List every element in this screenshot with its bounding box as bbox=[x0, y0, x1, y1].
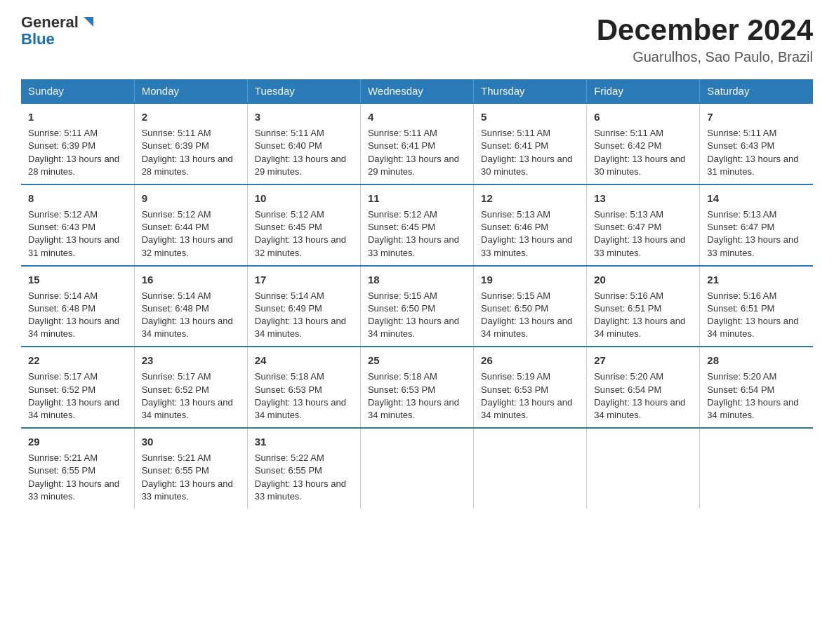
col-header-monday: Monday bbox=[134, 79, 247, 103]
header-row: SundayMondayTuesdayWednesdayThursdayFrid… bbox=[21, 79, 813, 103]
day-info: Sunrise: 5:18 AMSunset: 6:53 PMDaylight:… bbox=[368, 371, 459, 420]
svg-marker-0 bbox=[84, 17, 93, 27]
week-row-3: 15 Sunrise: 5:14 AMSunset: 6:48 PMDaylig… bbox=[21, 266, 813, 347]
day-cell: 4 Sunrise: 5:11 AMSunset: 6:41 PMDayligh… bbox=[360, 103, 473, 185]
day-number: 14 bbox=[707, 191, 806, 206]
day-cell: 5 Sunrise: 5:11 AMSunset: 6:41 PMDayligh… bbox=[474, 103, 587, 185]
day-info: Sunrise: 5:11 AMSunset: 6:42 PMDaylight:… bbox=[594, 128, 685, 177]
day-number: 13 bbox=[594, 191, 692, 206]
calendar-header: SundayMondayTuesdayWednesdayThursdayFrid… bbox=[21, 79, 813, 103]
day-info: Sunrise: 5:18 AMSunset: 6:53 PMDaylight:… bbox=[255, 371, 346, 420]
col-header-tuesday: Tuesday bbox=[247, 79, 360, 103]
day-info: Sunrise: 5:15 AMSunset: 6:50 PMDaylight:… bbox=[481, 290, 572, 340]
day-number: 20 bbox=[594, 272, 692, 287]
day-info: Sunrise: 5:16 AMSunset: 6:51 PMDaylight:… bbox=[707, 290, 798, 340]
day-cell: 10 Sunrise: 5:12 AMSunset: 6:45 PMDaylig… bbox=[247, 185, 360, 266]
day-cell: 13 Sunrise: 5:13 AMSunset: 6:47 PMDaylig… bbox=[587, 185, 700, 266]
day-info: Sunrise: 5:14 AMSunset: 6:48 PMDaylight:… bbox=[142, 290, 233, 340]
day-number: 6 bbox=[594, 109, 692, 124]
day-cell: 7 Sunrise: 5:11 AMSunset: 6:43 PMDayligh… bbox=[700, 103, 813, 185]
day-cell: 22 Sunrise: 5:17 AMSunset: 6:52 PMDaylig… bbox=[21, 347, 134, 428]
day-number: 3 bbox=[255, 109, 353, 124]
day-cell bbox=[587, 428, 700, 509]
page-title: December 2024 bbox=[597, 14, 813, 46]
day-cell: 11 Sunrise: 5:12 AMSunset: 6:45 PMDaylig… bbox=[360, 185, 473, 266]
day-info: Sunrise: 5:11 AMSunset: 6:41 PMDaylight:… bbox=[481, 128, 572, 177]
day-cell bbox=[474, 428, 587, 509]
col-header-sunday: Sunday bbox=[21, 79, 134, 103]
day-cell: 27 Sunrise: 5:20 AMSunset: 6:54 PMDaylig… bbox=[587, 347, 700, 428]
week-row-5: 29 Sunrise: 5:21 AMSunset: 6:55 PMDaylig… bbox=[21, 428, 813, 509]
day-info: Sunrise: 5:12 AMSunset: 6:45 PMDaylight:… bbox=[255, 209, 346, 258]
day-cell: 28 Sunrise: 5:20 AMSunset: 6:54 PMDaylig… bbox=[700, 347, 813, 428]
day-number: 5 bbox=[481, 109, 579, 124]
day-number: 18 bbox=[368, 272, 466, 287]
day-info: Sunrise: 5:17 AMSunset: 6:52 PMDaylight:… bbox=[28, 371, 119, 420]
day-info: Sunrise: 5:14 AMSunset: 6:48 PMDaylight:… bbox=[28, 290, 119, 340]
day-info: Sunrise: 5:12 AMSunset: 6:44 PMDaylight:… bbox=[142, 209, 233, 258]
day-number: 12 bbox=[481, 191, 579, 206]
day-cell: 14 Sunrise: 5:13 AMSunset: 6:47 PMDaylig… bbox=[700, 185, 813, 266]
day-number: 22 bbox=[28, 353, 127, 368]
logo-general-text: General bbox=[21, 14, 79, 31]
day-info: Sunrise: 5:13 AMSunset: 6:46 PMDaylight:… bbox=[481, 209, 572, 258]
day-info: Sunrise: 5:21 AMSunset: 6:55 PMDaylight:… bbox=[28, 452, 119, 502]
day-number: 21 bbox=[707, 272, 806, 287]
day-number: 9 bbox=[142, 191, 240, 206]
day-info: Sunrise: 5:12 AMSunset: 6:43 PMDaylight:… bbox=[28, 209, 119, 258]
day-info: Sunrise: 5:11 AMSunset: 6:41 PMDaylight:… bbox=[368, 128, 459, 177]
day-cell bbox=[360, 428, 473, 509]
day-cell: 15 Sunrise: 5:14 AMSunset: 6:48 PMDaylig… bbox=[21, 266, 134, 347]
week-row-4: 22 Sunrise: 5:17 AMSunset: 6:52 PMDaylig… bbox=[21, 347, 813, 428]
day-number: 23 bbox=[142, 353, 240, 368]
day-cell: 24 Sunrise: 5:18 AMSunset: 6:53 PMDaylig… bbox=[247, 347, 360, 428]
day-cell: 25 Sunrise: 5:18 AMSunset: 6:53 PMDaylig… bbox=[360, 347, 473, 428]
logo-blue-text: Blue bbox=[21, 31, 96, 48]
calendar-body: 1 Sunrise: 5:11 AMSunset: 6:39 PMDayligh… bbox=[21, 103, 813, 509]
day-cell: 19 Sunrise: 5:15 AMSunset: 6:50 PMDaylig… bbox=[474, 266, 587, 347]
col-header-thursday: Thursday bbox=[474, 79, 587, 103]
day-number: 24 bbox=[255, 353, 353, 368]
day-cell: 30 Sunrise: 5:21 AMSunset: 6:55 PMDaylig… bbox=[134, 428, 247, 509]
day-number: 8 bbox=[28, 191, 127, 206]
day-number: 28 bbox=[707, 353, 806, 368]
day-number: 15 bbox=[28, 272, 127, 287]
day-info: Sunrise: 5:17 AMSunset: 6:52 PMDaylight:… bbox=[142, 371, 233, 420]
day-cell: 26 Sunrise: 5:19 AMSunset: 6:53 PMDaylig… bbox=[474, 347, 587, 428]
day-number: 29 bbox=[28, 434, 127, 449]
logo: General Blue bbox=[21, 14, 96, 48]
day-number: 31 bbox=[255, 434, 353, 449]
col-header-wednesday: Wednesday bbox=[360, 79, 473, 103]
day-cell: 23 Sunrise: 5:17 AMSunset: 6:52 PMDaylig… bbox=[134, 347, 247, 428]
day-info: Sunrise: 5:11 AMSunset: 6:39 PMDaylight:… bbox=[142, 128, 233, 177]
page-subtitle: Guarulhos, Sao Paulo, Brazil bbox=[597, 49, 813, 65]
day-number: 27 bbox=[594, 353, 692, 368]
day-cell bbox=[700, 428, 813, 509]
day-number: 16 bbox=[142, 272, 240, 287]
day-cell: 3 Sunrise: 5:11 AMSunset: 6:40 PMDayligh… bbox=[247, 103, 360, 185]
day-info: Sunrise: 5:20 AMSunset: 6:54 PMDaylight:… bbox=[707, 371, 798, 420]
day-info: Sunrise: 5:19 AMSunset: 6:53 PMDaylight:… bbox=[481, 371, 572, 420]
calendar-table: SundayMondayTuesdayWednesdayThursdayFrid… bbox=[21, 79, 813, 509]
day-number: 1 bbox=[28, 109, 127, 124]
col-header-saturday: Saturday bbox=[700, 79, 813, 103]
day-cell: 18 Sunrise: 5:15 AMSunset: 6:50 PMDaylig… bbox=[360, 266, 473, 347]
day-cell: 31 Sunrise: 5:22 AMSunset: 6:55 PMDaylig… bbox=[247, 428, 360, 509]
day-cell: 8 Sunrise: 5:12 AMSunset: 6:43 PMDayligh… bbox=[21, 185, 134, 266]
day-cell: 12 Sunrise: 5:13 AMSunset: 6:46 PMDaylig… bbox=[474, 185, 587, 266]
day-cell: 29 Sunrise: 5:21 AMSunset: 6:55 PMDaylig… bbox=[21, 428, 134, 509]
day-cell: 16 Sunrise: 5:14 AMSunset: 6:48 PMDaylig… bbox=[134, 266, 247, 347]
day-info: Sunrise: 5:16 AMSunset: 6:51 PMDaylight:… bbox=[594, 290, 685, 340]
day-info: Sunrise: 5:22 AMSunset: 6:55 PMDaylight:… bbox=[255, 452, 346, 502]
page-header: General Blue December 2024 Guarulhos, Sa… bbox=[21, 14, 813, 65]
day-number: 30 bbox=[142, 434, 240, 449]
day-cell: 6 Sunrise: 5:11 AMSunset: 6:42 PMDayligh… bbox=[587, 103, 700, 185]
day-number: 26 bbox=[481, 353, 579, 368]
day-info: Sunrise: 5:13 AMSunset: 6:47 PMDaylight:… bbox=[594, 209, 685, 258]
day-info: Sunrise: 5:13 AMSunset: 6:47 PMDaylight:… bbox=[707, 209, 798, 258]
day-info: Sunrise: 5:11 AMSunset: 6:40 PMDaylight:… bbox=[255, 128, 346, 177]
day-cell: 2 Sunrise: 5:11 AMSunset: 6:39 PMDayligh… bbox=[134, 103, 247, 185]
day-number: 11 bbox=[368, 191, 466, 206]
day-cell: 9 Sunrise: 5:12 AMSunset: 6:44 PMDayligh… bbox=[134, 185, 247, 266]
day-cell: 21 Sunrise: 5:16 AMSunset: 6:51 PMDaylig… bbox=[700, 266, 813, 347]
